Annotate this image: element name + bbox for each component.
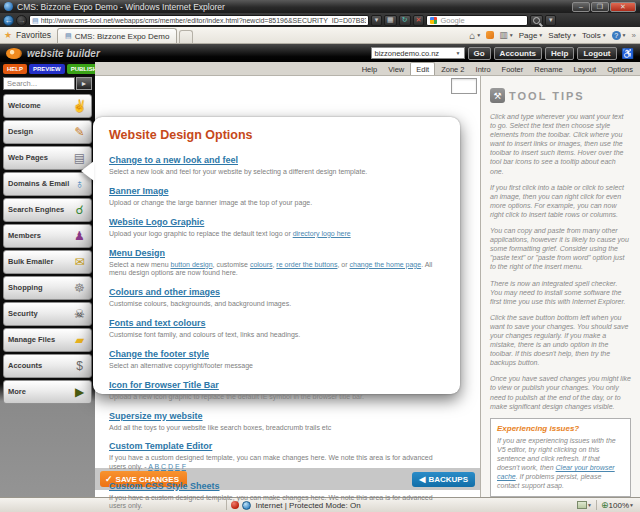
compatibility-view-icon[interactable]: ▦ (384, 15, 397, 26)
tab-layout[interactable]: Layout (569, 63, 602, 75)
tools-menu[interactable]: Tools▼ (582, 31, 607, 40)
issues-link-clear-your-browser-cache[interactable]: Clear your browser cache (497, 464, 615, 480)
domain-select[interactable]: bizzonedemo.co.nz ▼ (371, 47, 465, 59)
link-fonts-and-text-colours[interactable]: Fonts and text colours (109, 318, 206, 328)
help-button[interactable]: Help (545, 47, 574, 60)
inline-link-re-order-the-buttons[interactable]: re order the buttons (276, 261, 337, 268)
forward-button[interactable]: → (16, 15, 27, 26)
tool-tip-paragraph-2: If you first click into a table or click… (490, 183, 631, 219)
link-custom-template-editor[interactable]: Custom Template Editor (109, 441, 212, 451)
title-bar: CMS: Bizzone Expo Demo - Windows Interne… (0, 0, 640, 13)
accounts-button[interactable]: Accounts (494, 47, 542, 60)
feeds-button[interactable] (486, 31, 494, 39)
desc-colours-and-other-images: Customise colours, backgrounds, and back… (109, 300, 444, 308)
link-colours-and-other-images[interactable]: Colours and other images (109, 287, 220, 297)
overflow-chevron-icon[interactable]: » (632, 31, 636, 40)
favorites-star-icon[interactable]: ★ (4, 30, 12, 40)
change-zoom-icon[interactable] (577, 501, 587, 509)
tool-tip-paragraph-5: Click the save button bottom left when y… (490, 313, 631, 368)
sidebar-item-manage-files[interactable]: Manage Files▰ (3, 328, 92, 352)
tab-rename[interactable]: Rename (529, 63, 567, 75)
search-button[interactable] (530, 15, 543, 26)
accessibility-icon[interactable]: ♿ (622, 48, 634, 59)
sidebar-search-input[interactable]: Search... (3, 77, 75, 90)
editor-dropdown[interactable] (451, 78, 477, 94)
zoom-level-dropdown-icon[interactable]: ▼ (629, 502, 634, 508)
print-button[interactable]: ▥▼ (499, 30, 513, 40)
cart-icon: ☸ (72, 282, 87, 294)
link-icon-for-browser-title-bar[interactable]: Icon for Browser Title Bar (109, 380, 219, 390)
zoom-magnifier-icon[interactable]: ⊕ (601, 500, 609, 510)
browser-tab[interactable]: ▤ CMS: Bizzone Expo Demo (57, 28, 177, 43)
sidebar-item-search-engines[interactable]: Search Engines☌ (3, 198, 92, 222)
link-banner-image[interactable]: Banner Image (109, 186, 169, 196)
search-input[interactable]: Google (426, 15, 528, 26)
sidebar-item-members[interactable]: Members♟ (3, 224, 92, 248)
link-change-to-a-new-look-and-feel[interactable]: Change to a new look and feel (109, 155, 238, 165)
tab-view[interactable]: View (383, 63, 409, 75)
new-tab-button[interactable] (179, 30, 193, 43)
sidebar-search-go-button[interactable]: ► (76, 77, 92, 90)
inline-link-b[interactable]: B (154, 463, 159, 470)
design-option-custom-template-editor: Custom Template EditorIf you have a cust… (109, 435, 444, 471)
stop-icon[interactable]: ✕ (413, 15, 425, 26)
link-change-the-footer-style[interactable]: Change the footer style (109, 349, 209, 359)
maximize-button[interactable]: ❐ (591, 2, 609, 12)
preview-quick-button[interactable]: PREVIEW (29, 64, 65, 74)
inline-link-a[interactable]: A (148, 463, 152, 470)
sidebar-item-more[interactable]: More▶ (3, 380, 92, 404)
logout-button[interactable]: Logout (577, 47, 616, 60)
sidebar-item-security[interactable]: Security☠ (3, 302, 92, 326)
inline-link-directory-logo-here[interactable]: directory logo here (293, 230, 351, 237)
inline-link-c[interactable]: C (161, 463, 166, 470)
link-menu-design[interactable]: Menu Design (109, 248, 165, 258)
inline-link-d[interactable]: D (168, 463, 173, 470)
help-menu[interactable]: ?▼ (612, 31, 627, 40)
tab-edit[interactable]: Edit (410, 62, 435, 75)
help-quick-button[interactable]: HELP (3, 64, 27, 74)
inline-link-e[interactable]: E (175, 463, 180, 470)
back-button[interactable]: ← (3, 15, 14, 26)
go-button[interactable]: Go (468, 47, 491, 60)
link-custom-css-style-sheets[interactable]: Custom CSS Style Sheets (109, 481, 220, 491)
sidebar-item-label: Design (8, 128, 33, 136)
sidebar-item-accounts[interactable]: Accounts$ (3, 354, 92, 378)
link-supersize-my-website[interactable]: Supersize my website (109, 411, 203, 421)
tab-help[interactable]: Help (357, 63, 382, 75)
url-field[interactable]: ▤ http://www.cms-tool.net/webapps/cms/me… (29, 15, 369, 26)
home-button[interactable]: ⌂▼ (469, 30, 481, 41)
sidebar-item-domains-email[interactable]: Domains & Email♁ (3, 172, 92, 196)
sidebar-item-label: Manage Files (8, 336, 55, 344)
sidebar-item-design[interactable]: Design✎ (3, 120, 92, 144)
desc-fonts-and-text-colours: Customise font family, and colours of te… (109, 331, 444, 339)
inline-link-f[interactable]: F (182, 463, 186, 470)
page-menu[interactable]: Page▼ (519, 31, 544, 40)
tab-options[interactable]: Options (602, 63, 638, 75)
refresh-icon[interactable]: ↻ (399, 15, 411, 26)
zoom-level[interactable]: 100% (609, 501, 629, 510)
tab-intro[interactable]: Intro (471, 63, 496, 75)
favorites-label[interactable]: Favorites (16, 30, 51, 40)
tab-zone-2[interactable]: Zone 2 (436, 63, 469, 75)
inline-link-colours[interactable]: colours (250, 261, 273, 268)
link-website-logo-graphic[interactable]: Website Logo Graphic (109, 217, 204, 227)
tab-footer[interactable]: Footer (497, 63, 529, 75)
close-button[interactable]: ✕ (610, 2, 636, 12)
sidebar-item-bulk-emailer[interactable]: Bulk Emailer✉ (3, 250, 92, 274)
design-option-fonts-and-text-colours: Fonts and text coloursCustomise font fam… (109, 312, 444, 339)
search-dropdown-icon[interactable]: ▾ (545, 15, 556, 26)
issues-text: If you are experiencing issues with the … (497, 436, 624, 491)
invoice-icon: $ (72, 360, 87, 372)
inline-link-button-design[interactable]: button design (170, 261, 212, 268)
sidebar-item-shopping[interactable]: Shopping☸ (3, 276, 92, 300)
url-text: http://www.cms-tool.net/webapps/cms/memb… (41, 17, 366, 24)
inline-link-change-the-home-page[interactable]: change the home page (350, 261, 422, 268)
sidebar-item-welcome[interactable]: Welcome✌ (3, 94, 92, 118)
sidebar-item-web-pages[interactable]: Web Pages▤ (3, 146, 92, 170)
safety-menu[interactable]: Safety▼ (548, 31, 577, 40)
sidebar-item-label: Welcome (8, 102, 41, 110)
sidebar-item-label: Members (8, 232, 41, 240)
url-dropdown-icon[interactable]: ▾ (371, 15, 382, 26)
zoom-dropdown-icon[interactable]: ▼ (587, 502, 592, 508)
minimize-button[interactable]: – (572, 2, 590, 12)
